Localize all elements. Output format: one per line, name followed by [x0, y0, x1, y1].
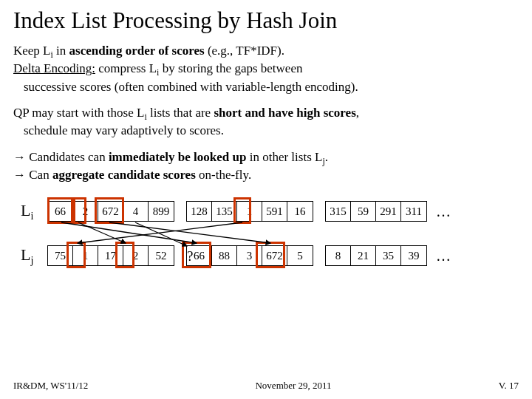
cell: 899	[149, 202, 174, 221]
text: by storing the gaps between	[159, 61, 302, 75]
text: lists that are	[147, 106, 214, 120]
cell: 88	[212, 246, 237, 265]
text: L	[21, 201, 30, 219]
text: successive scores (often combined with v…	[13, 80, 358, 94]
cell: 311	[401, 202, 426, 221]
cell: 8	[326, 246, 351, 265]
subscript: j	[30, 255, 33, 266]
text-bold: aggregate candidate scores	[52, 168, 196, 182]
svg-line-3	[78, 222, 242, 243]
paragraph-2: QP may start with those Li lists that ar…	[13, 105, 519, 139]
li-group-3: 315 59 291 311	[325, 201, 427, 222]
cell: 66	[48, 202, 73, 221]
text-bold: immediately be looked up	[109, 150, 247, 164]
svg-line-4	[135, 222, 187, 246]
cell: 75	[48, 246, 73, 265]
cell: 5	[287, 246, 313, 265]
cell: 315	[326, 202, 351, 221]
svg-line-0	[61, 222, 197, 243]
slide-footer: IR&DM, WS'11/12 November 29, 2011 V. 17	[13, 380, 519, 392]
ellipsis: …	[436, 203, 451, 220]
index-lists-diagram: Li 66 2 672 4 899 128 135 1 591 16 315 5…	[21, 200, 519, 267]
cell: 17	[98, 246, 123, 265]
cell: 2	[73, 202, 98, 221]
lj-group-3: 8 21 35 39	[325, 245, 427, 266]
text: in	[53, 44, 69, 58]
cell: 21	[351, 246, 376, 265]
list-label-li: Li	[21, 201, 47, 222]
text: QP may start with those L	[13, 106, 144, 120]
text-bold: ascending order of scores	[69, 44, 205, 58]
cell: 135	[212, 202, 237, 221]
text: compress L	[95, 61, 157, 75]
arrow-block: → Candidates can immediately be looked u…	[13, 149, 519, 183]
text-bold: short and have high scores	[214, 106, 355, 120]
paragraph-1: Keep Li in ascending order of scores (e.…	[13, 43, 519, 95]
li-group-1: 66 2 672 4 899	[47, 201, 174, 222]
cell: 672	[98, 202, 123, 221]
li-group-2: 128 135 1 591 16	[186, 201, 313, 222]
cell: 2	[123, 246, 149, 265]
question-mark: ?	[187, 248, 193, 265]
list-row-lj: Lj 75 1 17 2 52 66 88 3 672 5 8 21 35 39	[21, 245, 519, 267]
ellipsis: …	[436, 248, 451, 265]
cell: 16	[287, 202, 313, 221]
cell: 4	[123, 202, 149, 221]
subscript: i	[30, 211, 33, 222]
text: ,	[356, 106, 359, 120]
svg-line-1	[78, 222, 126, 243]
text: (e.g., TF*IDF).	[205, 44, 284, 58]
text: .	[325, 150, 328, 164]
list-label-lj: Lj	[21, 245, 47, 267]
cell: 3	[237, 246, 262, 265]
cell: 59	[351, 202, 376, 221]
cell: 52	[149, 246, 174, 265]
list-row-li: Li 66 2 672 4 899 128 135 1 591 16 315 5…	[21, 200, 519, 222]
text: schedule may vary adaptively to scores.	[13, 123, 224, 137]
text: L	[21, 245, 30, 264]
slide-title: Index List Processing by Hash Join	[13, 7, 519, 34]
text: Keep L	[13, 44, 51, 58]
cell: 672	[262, 246, 287, 265]
lj-group-2: 66 88 3 672 5	[186, 245, 313, 266]
cell: 1	[237, 202, 262, 221]
footer-right: V. 17	[499, 380, 519, 392]
cell: 291	[376, 202, 401, 221]
text: → Can	[13, 168, 52, 182]
footer-center: November 29, 2011	[255, 380, 331, 392]
cell: 39	[401, 246, 426, 265]
text: → Candidates can	[13, 150, 109, 164]
cell: 1	[73, 246, 98, 265]
svg-line-2	[109, 222, 270, 243]
footer-left: IR&DM, WS'11/12	[13, 380, 88, 392]
text: in other lists L	[246, 150, 322, 164]
cell: 35	[376, 246, 401, 265]
cell: 591	[262, 202, 287, 221]
text-underline: Delta Encoding:	[13, 61, 95, 75]
cell: 128	[187, 202, 212, 221]
lj-group-1: 75 1 17 2 52	[47, 245, 174, 266]
text: on-the-fly.	[196, 168, 251, 182]
